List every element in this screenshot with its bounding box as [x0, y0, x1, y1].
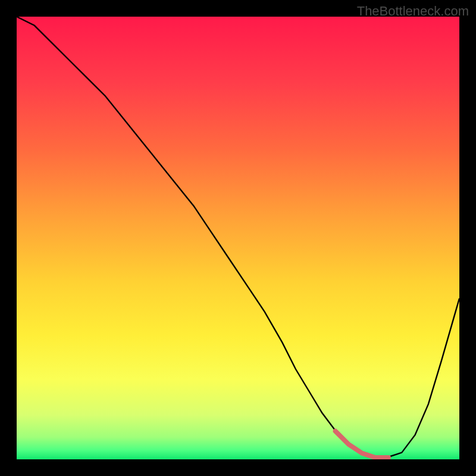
highlight-region	[17, 17, 459, 459]
chart-container	[17, 17, 459, 459]
watermark-text: TheBottleneck.com	[357, 4, 469, 19]
